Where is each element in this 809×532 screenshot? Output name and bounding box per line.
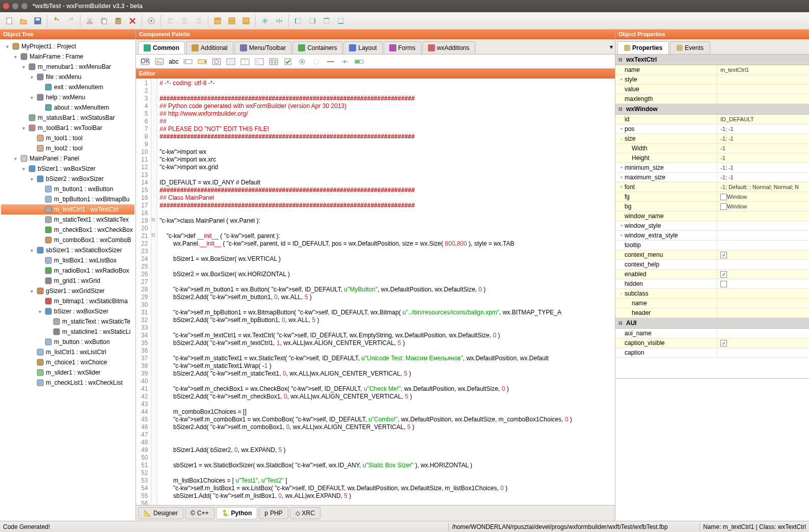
tree-toggle-icon[interactable]: ▾: [20, 64, 26, 70]
tree-item[interactable]: ▾bSizer1 : wxBoxSizer: [1, 164, 134, 174]
tree-toggle-icon[interactable]: ▾: [29, 248, 35, 253]
view-tab-python[interactable]: 🐍Python: [216, 507, 258, 519]
prop-row[interactable]: +font-1; Default; ; Normal; Normal; N: [615, 182, 809, 192]
tree-toggle-icon[interactable]: ▾: [29, 176, 35, 182]
wxgauge-icon[interactable]: [354, 56, 365, 67]
view-tab-xrc[interactable]: ◇XRC: [290, 507, 320, 519]
tree-item[interactable]: ▾m_toolBar1 : wxToolBar: [1, 123, 134, 133]
close-icon[interactable]: [3, 3, 9, 9]
wxcombobox-icon[interactable]: [197, 56, 208, 67]
prop-value[interactable]: m_textCtrl1: [717, 65, 809, 74]
tree-item[interactable]: m_button1 : wxButton: [1, 184, 134, 194]
wxlistctrl-icon[interactable]: [239, 56, 251, 67]
wxstatictext-icon[interactable]: abc: [168, 56, 179, 67]
prop-value[interactable]: -1: [717, 144, 809, 153]
stretch-button[interactable]: [273, 15, 285, 27]
prop-row[interactable]: +window_style: [615, 221, 809, 231]
wxslider-icon[interactable]: [339, 56, 350, 67]
prop-row[interactable]: enabled✓: [615, 270, 809, 279]
expand-icon[interactable]: +: [618, 165, 625, 170]
tree-item[interactable]: m_slider1 : wxSlider: [1, 367, 134, 378]
tree-item[interactable]: exit : wxMenuItem: [1, 82, 134, 92]
undo-button[interactable]: [50, 15, 63, 27]
paste-button[interactable]: [112, 15, 124, 27]
prop-tab-properties[interactable]: Properties: [617, 41, 669, 54]
prop-value[interactable]: [717, 211, 809, 221]
open-button[interactable]: [17, 15, 30, 27]
maximize-icon[interactable]: [21, 3, 28, 9]
checkbox-icon[interactable]: ✓: [720, 252, 727, 258]
prop-row[interactable]: Width-1: [615, 144, 809, 153]
align-vcenter-button[interactable]: [226, 15, 238, 27]
prop-row[interactable]: +window_extra_style: [615, 231, 809, 241]
tree-item[interactable]: ▾MainFrame : Frame: [1, 51, 134, 62]
palette-tab-menutoolbar[interactable]: Menu/Toolbar: [234, 41, 292, 54]
border-left-button[interactable]: [292, 15, 304, 27]
prop-value[interactable]: [717, 241, 809, 250]
prop-section[interactable]: ⊟wxTextCtrl: [615, 55, 809, 65]
tree-item[interactable]: m_bpButton1 : wxBitmapBu: [1, 194, 134, 204]
wxtextctrl-icon[interactable]: [182, 56, 194, 67]
checkbox-icon[interactable]: [720, 281, 727, 287]
prop-row[interactable]: -size-1; -1: [615, 134, 809, 144]
cut-button[interactable]: [84, 15, 96, 27]
delete-button[interactable]: [126, 15, 139, 27]
wxchoicebook-icon[interactable]: [254, 56, 265, 67]
wxbitmapbutton-icon[interactable]: [154, 56, 165, 67]
prop-row[interactable]: idID_DEFAULT: [615, 115, 809, 124]
prop-value[interactable]: -1; -1: [717, 134, 809, 143]
tree-item[interactable]: ▾file : wxMenu: [1, 72, 134, 82]
align-bottom-button[interactable]: [240, 15, 252, 27]
prop-row[interactable]: +minimum_size-1; -1: [615, 163, 809, 173]
prop-value[interactable]: [717, 348, 809, 357]
expand-icon[interactable]: +: [618, 126, 625, 131]
prop-value[interactable]: -1; Default; ; Normal; Normal; N: [717, 182, 809, 192]
prop-value[interactable]: -1; -1: [717, 124, 809, 134]
prop-value[interactable]: [717, 308, 809, 317]
expand-icon[interactable]: -: [618, 291, 625, 296]
prop-value[interactable]: [717, 221, 809, 230]
palette-tab-wxadditions[interactable]: wxAdditions: [422, 41, 475, 54]
expand-button[interactable]: [259, 15, 271, 27]
prop-value[interactable]: Window: [717, 192, 809, 201]
tree-item[interactable]: ▾gSizer1 : wxGridSizer: [1, 286, 134, 296]
prop-value[interactable]: [717, 279, 809, 288]
tree-item[interactable]: m_checkBox1 : wxCheckBox: [1, 225, 134, 235]
prop-value[interactable]: [717, 260, 809, 269]
new-button[interactable]: [3, 15, 15, 27]
tree-toggle-icon[interactable]: ▾: [20, 125, 26, 131]
align-top-button[interactable]: [211, 15, 224, 27]
tree-toggle-icon[interactable]: ▾: [12, 156, 18, 162]
tree-item[interactable]: m_button : wxButton: [1, 337, 134, 347]
generate-button[interactable]: [145, 15, 157, 27]
border-right-button[interactable]: [306, 15, 318, 27]
prop-row[interactable]: caption: [615, 348, 809, 358]
prop-row[interactable]: +maximum_size-1; -1: [615, 173, 809, 182]
prop-value[interactable]: ✓: [717, 338, 809, 348]
tree-item[interactable]: m_staticText1 : wxStaticTex: [1, 215, 134, 225]
tree-item[interactable]: m_listCtrl1 : wxListCtrl: [1, 347, 134, 357]
prop-value[interactable]: -1: [717, 153, 809, 163]
prop-row[interactable]: +pos-1; -1: [615, 124, 809, 134]
tree-item[interactable]: m_radioBox1 : wxRadioBox: [1, 265, 134, 276]
tree-item[interactable]: m_tool1 : tool: [1, 133, 134, 143]
fold-margin[interactable]: ⊟ ⊟: [151, 78, 157, 505]
tree-item[interactable]: about : wxMenuItem: [1, 102, 134, 113]
tree-item[interactable]: m_staticline1 : wxStaticLi: [1, 327, 134, 337]
border-bottom-button[interactable]: [335, 15, 347, 27]
prop-row[interactable]: fg Window: [615, 192, 809, 202]
tree-item[interactable]: ▾bSizer2 : wxBoxSizer: [1, 174, 134, 184]
wxgrid-icon[interactable]: [268, 56, 279, 67]
prop-value[interactable]: [717, 299, 809, 308]
tree-item[interactable]: m_grid1 : wxGrid: [1, 276, 134, 286]
prop-value[interactable]: [717, 85, 809, 94]
prop-row[interactable]: namem_textCtrl1: [615, 65, 809, 75]
expand-icon[interactable]: +: [618, 184, 625, 190]
prop-value[interactable]: -1; -1: [717, 173, 809, 182]
wxradiobox-icon[interactable]: [311, 56, 322, 67]
wxstaticline-icon[interactable]: [325, 56, 336, 67]
save-button[interactable]: [32, 15, 44, 27]
tree-toggle-icon[interactable]: ▾: [29, 74, 35, 80]
prop-section[interactable]: ⊟wxWindow: [615, 104, 809, 115]
align-center-button[interactable]: [178, 15, 191, 27]
